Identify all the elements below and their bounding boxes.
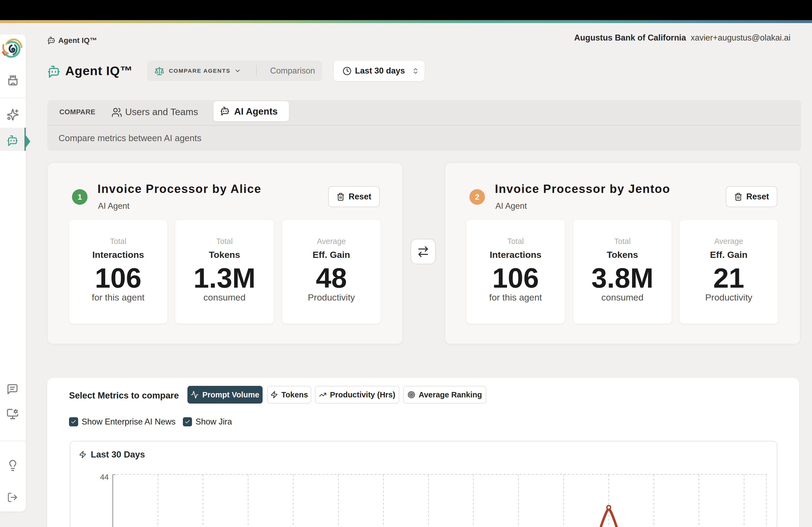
svg-text:44: 44: [100, 473, 109, 481]
